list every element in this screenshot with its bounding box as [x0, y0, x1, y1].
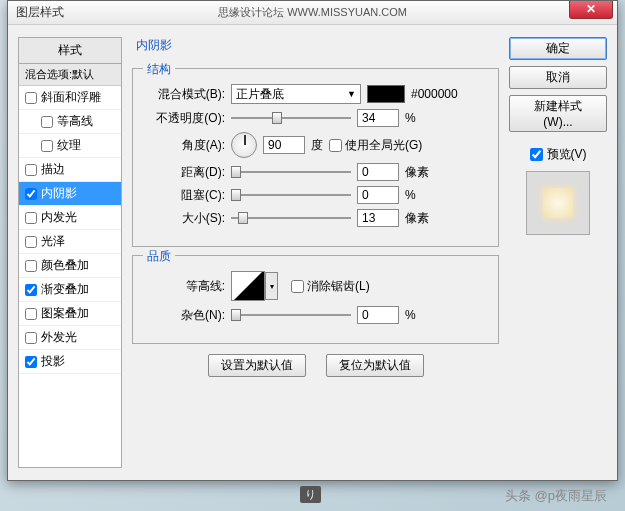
distance-unit: 像素 — [405, 164, 429, 181]
sidebar-item-label: 光泽 — [41, 233, 65, 250]
sidebar-item-label: 描边 — [41, 161, 65, 178]
noise-unit: % — [405, 308, 416, 322]
sidebar-checkbox[interactable] — [25, 356, 37, 368]
sidebar-item-3[interactable]: 描边 — [19, 158, 121, 182]
opacity-input[interactable]: 34 — [357, 109, 399, 127]
sidebar-item-0[interactable]: 斜面和浮雕 — [19, 86, 121, 110]
close-icon: ✕ — [586, 2, 596, 16]
title-center: 思缘设计论坛 WWW.MISSYUAN.COM — [218, 5, 407, 20]
contour-picker[interactable]: ▾ — [231, 271, 265, 301]
sidebar-checkbox[interactable] — [25, 260, 37, 272]
sidebar-item-7[interactable]: 颜色叠加 — [19, 254, 121, 278]
blend-mode-label: 混合模式(B): — [145, 86, 225, 103]
sidebar-checkbox[interactable] — [25, 164, 37, 176]
sidebar-item-6[interactable]: 光泽 — [19, 230, 121, 254]
sidebar-item-11[interactable]: 投影 — [19, 350, 121, 374]
angle-input[interactable]: 90 — [263, 136, 305, 154]
contour-label: 等高线: — [145, 278, 225, 295]
size-label: 大小(S): — [145, 210, 225, 227]
sidebar-checkbox[interactable] — [25, 188, 37, 200]
size-slider[interactable] — [231, 210, 351, 226]
angle-unit: 度 — [311, 137, 323, 154]
ok-button[interactable]: 确定 — [509, 37, 607, 60]
chevron-down-icon[interactable]: ▾ — [265, 272, 278, 300]
sidebar-item-2[interactable]: 纹理 — [19, 134, 121, 158]
preview-thumbnail — [526, 171, 590, 235]
logo-badge: り — [300, 486, 321, 503]
panel-title: 内阴影 — [136, 38, 172, 52]
chevron-down-icon: ▼ — [347, 89, 356, 99]
global-light-checkbox[interactable]: 使用全局光(G) — [329, 137, 422, 154]
sidebar-item-label: 斜面和浮雕 — [41, 89, 101, 106]
sidebar-checkbox[interactable] — [25, 308, 37, 320]
angle-dial[interactable] — [231, 132, 257, 158]
choke-label: 阻塞(C): — [145, 187, 225, 204]
reset-default-button[interactable]: 复位为默认值 — [326, 354, 424, 377]
close-button[interactable]: ✕ — [569, 1, 613, 19]
size-unit: 像素 — [405, 210, 429, 227]
sidebar-checkbox[interactable] — [41, 140, 53, 152]
new-style-button[interactable]: 新建样式(W)... — [509, 95, 607, 132]
noise-input[interactable]: 0 — [357, 306, 399, 324]
sidebar-item-label: 颜色叠加 — [41, 257, 89, 274]
structure-group: 结构 混合模式(B): 正片叠底▼ #000000 不透明度(O): 34 % … — [132, 68, 499, 247]
distance-label: 距离(D): — [145, 164, 225, 181]
quality-group: 品质 等高线: ▾ 消除锯齿(L) 杂色(N): 0 % — [132, 255, 499, 344]
sidebar-checkbox[interactable] — [41, 116, 53, 128]
watermark: 头条 @p夜雨星辰 — [505, 487, 607, 505]
color-hex: #000000 — [411, 87, 458, 101]
color-swatch[interactable] — [367, 85, 405, 103]
distance-input[interactable]: 0 — [357, 163, 399, 181]
sidebar-item-label: 等高线 — [57, 113, 93, 130]
sidebar-item-9[interactable]: 图案叠加 — [19, 302, 121, 326]
sidebar-header: 样式 — [19, 38, 121, 64]
sidebar-checkbox[interactable] — [25, 212, 37, 224]
blend-mode-combo[interactable]: 正片叠底▼ — [231, 84, 361, 104]
sidebar-item-5[interactable]: 内发光 — [19, 206, 121, 230]
choke-unit: % — [405, 188, 416, 202]
choke-input[interactable]: 0 — [357, 186, 399, 204]
sidebar-item-label: 图案叠加 — [41, 305, 89, 322]
sidebar-item-1[interactable]: 等高线 — [19, 110, 121, 134]
structure-legend: 结构 — [143, 61, 175, 78]
angle-label: 角度(A): — [145, 137, 225, 154]
sidebar-item-label: 内发光 — [41, 209, 77, 226]
choke-slider[interactable] — [231, 187, 351, 203]
sidebar-checkbox[interactable] — [25, 92, 37, 104]
opacity-slider[interactable] — [231, 110, 351, 126]
sidebar-item-8[interactable]: 渐变叠加 — [19, 278, 121, 302]
style-sidebar: 样式 混合选项:默认 斜面和浮雕等高线纹理描边内阴影内发光光泽颜色叠加渐变叠加图… — [18, 37, 122, 468]
sidebar-checkbox[interactable] — [25, 284, 37, 296]
sidebar-item-label: 纹理 — [57, 137, 81, 154]
size-input[interactable]: 13 — [357, 209, 399, 227]
cancel-button[interactable]: 取消 — [509, 66, 607, 89]
distance-slider[interactable] — [231, 164, 351, 180]
noise-label: 杂色(N): — [145, 307, 225, 324]
sidebar-item-10[interactable]: 外发光 — [19, 326, 121, 350]
quality-legend: 品质 — [143, 248, 175, 265]
sidebar-item-label: 投影 — [41, 353, 65, 370]
sidebar-checkbox[interactable] — [25, 332, 37, 344]
preview-checkbox[interactable]: 预览(V) — [530, 146, 587, 163]
sidebar-item-label: 外发光 — [41, 329, 77, 346]
sidebar-checkbox[interactable] — [25, 236, 37, 248]
window-title: 图层样式 — [16, 4, 64, 21]
sidebar-sub[interactable]: 混合选项:默认 — [19, 64, 121, 86]
antialias-checkbox[interactable]: 消除锯齿(L) — [291, 278, 370, 295]
opacity-label: 不透明度(O): — [145, 110, 225, 127]
set-default-button[interactable]: 设置为默认值 — [208, 354, 306, 377]
opacity-unit: % — [405, 111, 416, 125]
sidebar-item-label: 内阴影 — [41, 185, 77, 202]
noise-slider[interactable] — [231, 307, 351, 323]
sidebar-item-label: 渐变叠加 — [41, 281, 89, 298]
sidebar-item-4[interactable]: 内阴影 — [19, 182, 121, 206]
